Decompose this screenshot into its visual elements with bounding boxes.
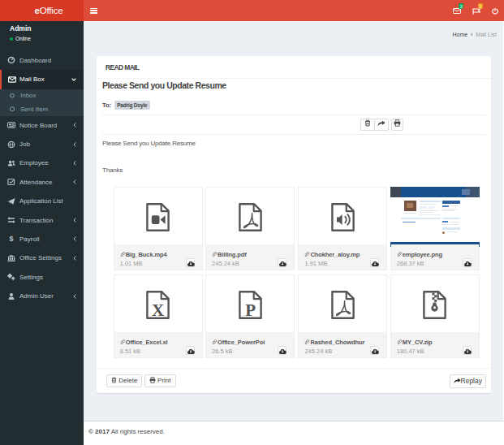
svg-text:$: $	[9, 235, 13, 243]
svg-text:P: P	[245, 300, 256, 319]
svg-text:X: X	[152, 300, 164, 319]
